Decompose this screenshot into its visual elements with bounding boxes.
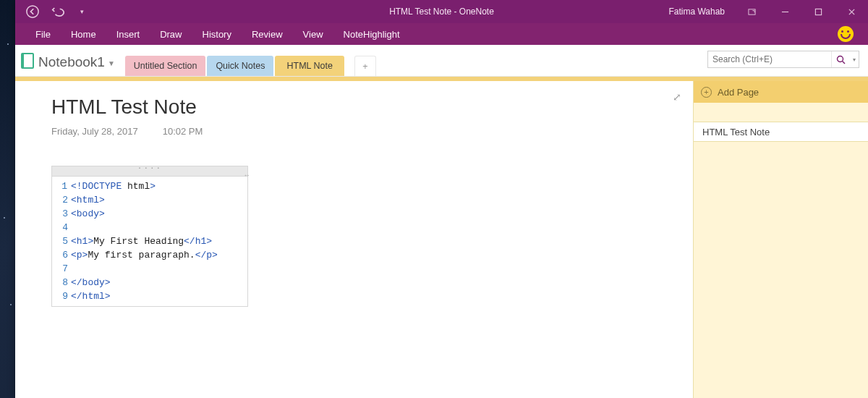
qat-customize-button[interactable]: ▾ [75,4,89,19]
search-icon[interactable] [831,51,850,67]
ribbon-tab-review[interactable]: Review [242,23,293,45]
quick-access-toolbar: ▾ [15,4,99,19]
fullscreen-icon[interactable]: ⤢ [673,91,681,103]
svg-line-5 [843,61,846,64]
ribbon-display-button[interactable] [735,0,768,23]
search-scope-caret[interactable]: ▾ [850,56,859,63]
notebook-icon[interactable] [21,53,34,69]
section-tab-strip: Notebook1 ▼ Untitled Section Quick Notes… [15,45,868,77]
code-block-resize-icon[interactable]: ↔ [245,172,249,179]
maximize-button[interactable] [801,0,835,23]
svg-point-0 [27,6,38,17]
account-name[interactable]: Fatima Wahab [658,7,735,17]
ribbon-tab-view[interactable]: View [293,23,333,45]
note-date[interactable]: Friday, July 28, 2017 [51,126,138,137]
ribbon-tab-draw[interactable]: Draw [150,23,192,45]
add-page-button[interactable]: + Add Page [694,81,868,103]
code-body: 1<!DOCTYPE html> 2<html> 3<body> 4 5<h1>… [52,177,247,306]
search-box[interactable]: ▾ [707,51,859,68]
app-window: ▾ HTML Test Note - OneNote Fatima Wahab … [15,0,868,398]
close-button[interactable] [835,0,868,23]
code-block[interactable]: ↔ 1<!DOCTYPE html> 2<html> 3<body> 4 5<h… [51,166,248,307]
feedback-smiley-icon[interactable] [838,26,854,42]
note-canvas[interactable]: ⤢ HTML Test Note Friday, July 28, 2017 1… [15,81,693,398]
minimize-button[interactable] [768,0,801,23]
section-tab-untitled[interactable]: Untitled Section [125,56,206,76]
title-bar: ▾ HTML Test Note - OneNote Fatima Wahab [15,0,868,23]
page-list-item[interactable]: HTML Test Note [694,122,868,142]
add-section-button[interactable]: + [354,56,376,76]
main-area: ⤢ HTML Test Note Friday, July 28, 2017 1… [15,81,868,398]
undo-button[interactable] [50,4,64,19]
plus-circle-icon: + [701,87,712,98]
ribbon-tab-history[interactable]: History [192,23,242,45]
search-input[interactable] [708,54,831,64]
section-tab-quicknotes[interactable]: Quick Notes [207,56,273,76]
notebook-name[interactable]: Notebook1 [38,54,105,70]
notebook-dropdown-caret[interactable]: ▼ [108,59,115,67]
ribbon-menu: File Home Insert Draw History Review Vie… [15,23,868,45]
svg-point-4 [838,56,843,62]
code-block-drag-handle[interactable]: ↔ [52,166,247,177]
back-button[interactable] [25,4,40,19]
svg-rect-3 [815,9,821,14]
ribbon-tab-home[interactable]: Home [61,23,106,45]
add-page-label: Add Page [718,87,759,98]
page-rail: + Add Page HTML Test Note [693,81,868,398]
ribbon-tab-insert[interactable]: Insert [106,23,150,45]
note-title[interactable]: HTML Test Note [51,96,657,119]
ribbon-tab-file[interactable]: File [25,23,61,45]
note-meta: Friday, July 28, 2017 10:02 PM [51,126,657,137]
note-time[interactable]: 10:02 PM [163,126,203,137]
section-tab-htmlnote[interactable]: HTML Note [275,56,344,76]
ribbon-tab-notehighlight[interactable]: NoteHighlight [333,23,410,45]
